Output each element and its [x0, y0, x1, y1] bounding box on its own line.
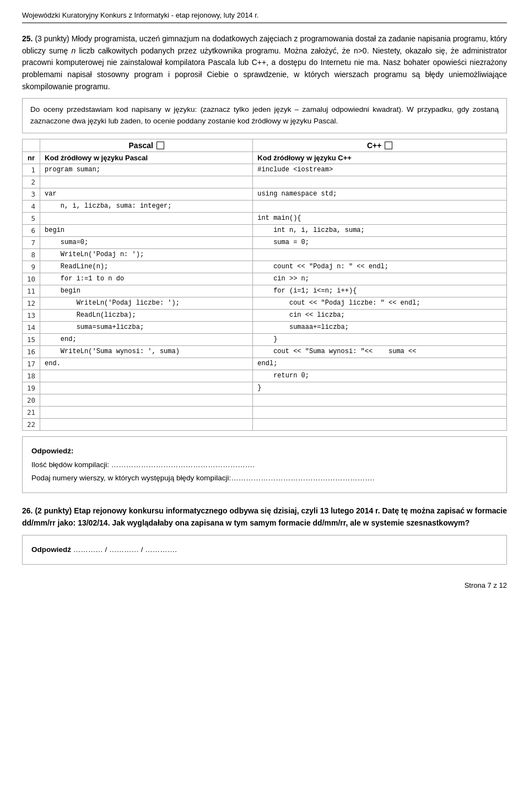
col-header-row: nr Kod źródłowy w języku Pascal Kod źród…: [23, 152, 507, 164]
table-row: 14 suma=suma+liczba; sumaaa+=liczba;: [23, 322, 507, 334]
cpp-code: cout << "Suma wynosi: "<< suma <<: [253, 346, 507, 358]
table-row: 16 WriteLn('Suma wynosi: ', suma) cout <…: [23, 346, 507, 358]
line-number: 19: [23, 382, 40, 394]
cpp-code: [253, 201, 507, 213]
cpp-code: #include <iostream>: [253, 164, 507, 176]
cpp-code: using namespace std;: [253, 188, 507, 201]
line-number: 7: [23, 237, 40, 249]
line-number: 8: [23, 249, 40, 261]
table-row: 13 ReadLn(liczba); cin << liczba;: [23, 310, 507, 322]
answer-label-26: Odpowiedź: [31, 545, 71, 554]
nr-col-header: nr: [23, 152, 40, 164]
code-table: Pascal C++ nr Kod źródłowy w języku Pasc…: [22, 139, 507, 431]
cpp-code: cout << "Podaj liczbe: " << endl;: [253, 297, 507, 310]
pascal-code: n, i, liczba, suma: integer;: [40, 201, 253, 213]
line-number: 4: [23, 201, 40, 213]
cpp-code: [253, 176, 507, 188]
line-number: 3: [23, 188, 40, 201]
pascal-code: [40, 176, 253, 188]
question-26-text: 26. (2 punkty) Etap rejonowy konkursu in…: [22, 505, 507, 529]
pascal-code: [40, 370, 253, 382]
answer-line2-25: Podaj numery wierszy, w których występuj…: [31, 472, 498, 485]
cpp-code: int n, i, liczba, suma;: [253, 225, 507, 237]
cpp-code: [253, 394, 507, 407]
cpp-code: int main(){: [253, 213, 507, 225]
page-header: Wojewódzki Kuratoryjny Konkurs z Informa…: [22, 11, 507, 23]
table-row: 6begin int n, i, liczba, suma;: [23, 225, 507, 237]
pascal-code: WriteLn('Podaj liczbe: ');: [40, 297, 253, 310]
cpp-code: [253, 249, 507, 261]
table-row: 22: [23, 419, 507, 431]
table-row: 2: [23, 176, 507, 188]
info-text: Do oceny przedstawiam kod napisany w jęz…: [30, 105, 499, 125]
cpp-code: suma = 0;: [253, 237, 507, 249]
cpp-code: for (i=1; i<=n; i++){: [253, 285, 507, 297]
page-footer: Strona 7 z 12: [22, 581, 507, 589]
question-25: 25. (3 punkty) Młody programista, uczeń …: [22, 33, 507, 493]
line-number: 5: [23, 213, 40, 225]
cpp-code: cin << liczba;: [253, 310, 507, 322]
line-number: 15: [23, 334, 40, 346]
cpp-code: return 0;: [253, 370, 507, 382]
cpp-code: [253, 407, 507, 419]
table-row: 12 WriteLn('Podaj liczbe: '); cout << "P…: [23, 297, 507, 310]
pascal-code: begin: [40, 225, 253, 237]
question-25-text: 25. (3 punkty) Młody programista, uczeń …: [22, 33, 507, 93]
info-box: Do oceny przedstawiam kod napisany w jęz…: [22, 98, 507, 133]
lang-header-row: Pascal C++: [23, 139, 507, 152]
table-row: 7 suma=0; suma = 0;: [23, 237, 507, 249]
pascal-code: ReadLn(liczba);: [40, 310, 253, 322]
cpp-checkbox[interactable]: [385, 142, 392, 149]
line-number: 2: [23, 176, 40, 188]
cpp-code: count << "Podaj n: " << endl;: [253, 261, 507, 273]
question-26-body: (2 punkty) Etap rejonowy konkursu inform…: [22, 506, 507, 527]
pascal-code: ReadLine(n);: [40, 261, 253, 273]
line-number: 22: [23, 419, 40, 431]
pascal-code: [40, 419, 253, 431]
pascal-label: Pascal: [129, 141, 153, 150]
line-number: 1: [23, 164, 40, 176]
pascal-code: var: [40, 188, 253, 201]
table-row: 17end.endl;: [23, 358, 507, 370]
question-26-number: 26.: [22, 506, 33, 515]
pascal-code: suma=0;: [40, 237, 253, 249]
line-number: 13: [23, 310, 40, 322]
line-number: 10: [23, 273, 40, 285]
pascal-col-header: Kod źródłowy w języku Pascal: [40, 152, 253, 164]
pascal-code: [40, 213, 253, 225]
answer-label-25: Odpowiedź:: [31, 445, 498, 458]
table-row: 20: [23, 394, 507, 407]
cpp-code: cin >> n;: [253, 273, 507, 285]
line-number: 12: [23, 297, 40, 310]
pascal-code: begin: [40, 285, 253, 297]
table-row: 9 ReadLine(n); count << "Podaj n: " << e…: [23, 261, 507, 273]
answer-line1-25: Ilość błędów kompilacji: …………………………………………: [31, 458, 498, 472]
pascal-code: for i:=1 to n do: [40, 273, 253, 285]
line-number: 9: [23, 261, 40, 273]
question-25-body: (3 punkty) Młody programista, uczeń gimn…: [22, 34, 507, 91]
table-row: 19}: [23, 382, 507, 394]
cpp-code: sumaaa+=liczba;: [253, 322, 507, 334]
header-title: Wojewódzki Kuratoryjny Konkurs z Informa…: [22, 11, 258, 19]
table-row: 15 end; }: [23, 334, 507, 346]
table-row: 11 begin for (i=1; i<=n; i++){: [23, 285, 507, 297]
line-number: 6: [23, 225, 40, 237]
cpp-code: [253, 419, 507, 431]
cpp-lang-header: C++: [253, 139, 507, 152]
pascal-code: WriteLn('Suma wynosi: ', suma): [40, 346, 253, 358]
cpp-label: C++: [367, 141, 381, 150]
cpp-code: endl;: [253, 358, 507, 370]
question-25-number: 25.: [22, 34, 33, 43]
pascal-code: suma=suma+liczba;: [40, 322, 253, 334]
answer-box-25: Odpowiedź: Ilość błędów kompilacji: ……………: [22, 436, 507, 493]
cpp-col-header: Kod źródłowy w języku C++: [253, 152, 507, 164]
pascal-checkbox[interactable]: [156, 142, 164, 149]
answer-box-26: Odpowiedź ………… / ………… / ………….: [22, 535, 507, 565]
pascal-code: program suman;: [40, 164, 253, 176]
pascal-code: [40, 394, 253, 407]
line-number: 16: [23, 346, 40, 358]
table-row: 8 WriteLn('Podaj n: ');: [23, 249, 507, 261]
pascal-code: WriteLn('Podaj n: ');: [40, 249, 253, 261]
line-number: 14: [23, 322, 40, 334]
footer-text: Strona 7 z 12: [465, 581, 507, 589]
